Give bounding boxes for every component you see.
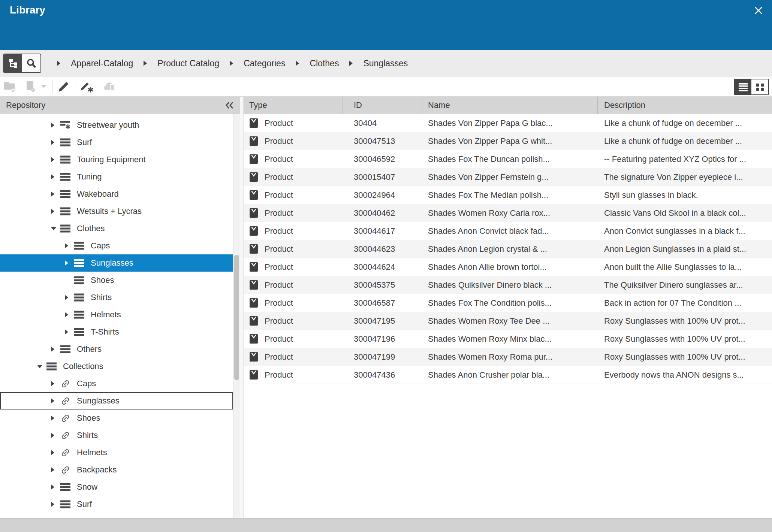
expander-collapsed-icon[interactable] [51,484,55,490]
table-row[interactable]: Product300046587Shades Fox The Condition… [244,294,772,312]
column-header-description[interactable]: Description [598,97,772,114]
edit-button[interactable] [56,79,72,94]
tree-item-shoes[interactable]: Shoes [0,272,233,289]
expander-collapsed-icon[interactable] [51,467,55,473]
tree-expander[interactable] [51,484,57,490]
expander-collapsed-icon[interactable] [51,415,55,421]
table-row[interactable]: Product300047195Shades Women Roxy Tee De… [244,312,772,330]
tree-item-helmets[interactable]: Helmets [0,306,233,323]
breadcrumb-item[interactable]: Apparel-Catalog [71,58,133,69]
tree-item-surf[interactable]: Surf [0,496,233,513]
tree-expander[interactable] [51,191,57,197]
table-row[interactable]: Product300047513Shades Von Zipper Papa G… [244,132,772,150]
expander-collapsed-icon[interactable] [64,312,69,318]
expander-collapsed-icon[interactable] [51,346,55,352]
breadcrumb-item[interactable]: Clothes [310,58,339,69]
expander-collapsed-icon[interactable] [51,432,55,438]
tree-expander[interactable] [37,365,43,369]
expander-collapsed-icon[interactable] [64,329,69,335]
tree-expander[interactable] [64,294,71,300]
table-row[interactable]: Product300015407Shades Von Zipper Fernst… [244,168,772,186]
tree-item-clothes[interactable]: Clothes [0,220,233,237]
tree-expander[interactable] [64,312,71,318]
tree-scrollbar-thumb[interactable] [234,255,239,380]
tree-expander[interactable] [51,122,57,128]
panel-splitter[interactable] [240,97,244,518]
thumbnail-view-button[interactable] [751,79,768,94]
table-row[interactable]: Product300044617Shades Anon Convict blac… [244,222,772,240]
tree-expander[interactable] [51,501,57,507]
expander-expanded-icon[interactable] [37,365,43,369]
withdraw-button[interactable] [102,79,117,94]
tree-expander[interactable] [51,139,57,145]
expander-collapsed-icon[interactable] [64,243,69,249]
tree-expander[interactable] [64,260,71,266]
tree-item-others[interactable]: Others [0,341,233,358]
tree-item-shoes[interactable]: Shoes [0,409,233,427]
expander-collapsed-icon[interactable] [64,294,69,300]
expander-collapsed-icon[interactable] [51,191,55,197]
tree-expander[interactable] [51,432,57,438]
tree-expander[interactable] [51,415,57,421]
expander-collapsed-icon[interactable] [51,208,55,214]
tree-scrollbar[interactable] [233,114,240,518]
expander-collapsed-icon[interactable] [51,122,55,128]
table-row[interactable]: Product300047196Shades Women Roxy Minx b… [244,330,772,348]
tree-item-shirts[interactable]: Shirts [0,427,233,444]
tree-expander[interactable] [51,157,57,163]
tree-item-t-shirts[interactable]: T-Shirts [0,323,233,341]
expander-expanded-icon[interactable] [51,227,57,231]
tree-item-sunglasses[interactable]: Sunglasses [0,254,233,272]
table-row[interactable]: Product300044623Shades Anon Legion cryst… [244,240,772,258]
expander-collapsed-icon[interactable] [51,139,55,145]
tree-item-surf[interactable]: Surf [0,134,233,151]
table-row[interactable]: Product300047199Shades Women Roxy Roma p… [244,348,772,366]
table-row[interactable]: Product300047436Shades Anon Crusher pola… [244,366,772,384]
tree-item-collections[interactable]: Collections [0,358,233,375]
table-row[interactable]: Product30404Shades Von Zipper Papa G bla… [244,114,772,132]
tree-item-helmets[interactable]: Helmets [0,444,233,461]
collapse-panel-button[interactable] [224,100,235,110]
breadcrumb-item[interactable]: Sunglasses [363,58,408,69]
table-row[interactable]: Product300040462Shades Women Roxy Carla … [244,204,772,222]
tree-item-streetwear-youth[interactable]: Streetwear youth [0,117,233,134]
tree-expander[interactable] [64,329,71,335]
expander-collapsed-icon[interactable] [51,157,55,163]
tree-item-caps[interactable]: Caps [0,237,233,254]
breadcrumb-item[interactable]: Product Catalog [157,58,219,69]
annotate-button[interactable] [79,79,94,94]
tree-expander[interactable] [51,398,57,404]
tree-item-sunglasses[interactable]: Sunglasses [0,392,233,409]
breadcrumb-item[interactable]: Categories [244,58,285,69]
tree-item-snow[interactable]: Snow [0,478,233,496]
table-row[interactable]: Product300046592Shades Fox The Duncan po… [244,150,772,168]
tree-expander[interactable] [51,227,57,231]
column-header-id[interactable]: ID [343,97,422,114]
tree-item-wetsuits-lycras[interactable]: Wetsuits + Lycras [0,203,233,220]
table-row[interactable]: Product300044624Shades Anon Allie brown … [244,258,772,276]
new-folder-button[interactable] [2,79,18,94]
tree-expander[interactable] [51,208,57,214]
tree-expander[interactable] [51,381,57,387]
new-content-menu-button[interactable] [38,79,49,94]
list-view-button[interactable] [735,79,751,94]
tree-expander[interactable] [64,243,71,249]
table-row[interactable]: Product300024964Shades Fox The Median po… [244,186,772,204]
tree-expander[interactable] [51,467,57,473]
expander-collapsed-icon[interactable] [51,501,55,507]
column-header-name[interactable]: Name [422,97,598,114]
tree-expander[interactable] [51,174,57,180]
table-row[interactable]: Product300045375Shades Quiksilver Dinero… [244,276,772,294]
close-button[interactable] [752,4,765,17]
expander-collapsed-icon[interactable] [51,398,55,404]
expander-collapsed-icon[interactable] [51,174,55,180]
tree-expander[interactable] [51,346,57,352]
expander-collapsed-icon[interactable] [64,260,69,266]
expander-collapsed-icon[interactable] [51,450,55,456]
tree-item-shirts[interactable]: Shirts [0,289,233,306]
tree-mode-button[interactable] [4,54,22,72]
tree-item-wakeboard[interactable]: Wakeboard [0,185,233,203]
tree-item-tuning[interactable]: Tuning [0,168,233,185]
search-mode-button[interactable] [22,54,40,72]
new-content-button[interactable] [22,79,38,94]
